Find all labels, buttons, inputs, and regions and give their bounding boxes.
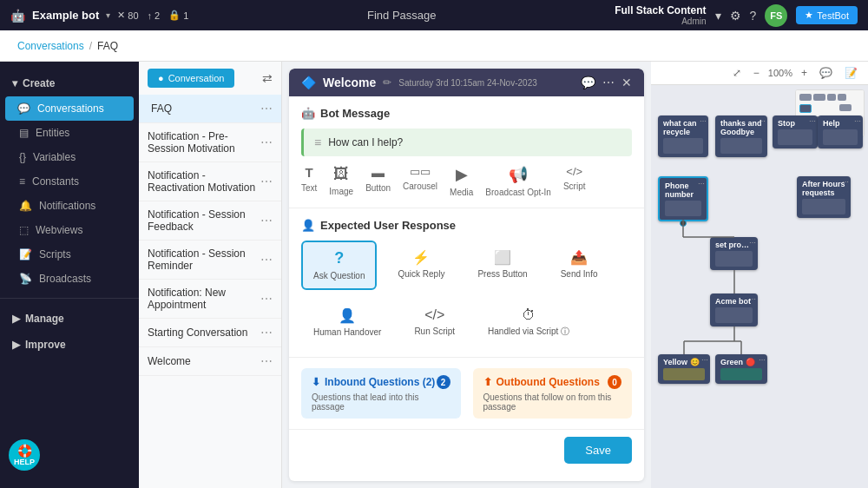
flow-node-thanks-goodbye[interactable]: thanks andGoodbye ⋯: [715, 115, 767, 157]
ask-question-icon: ?: [334, 249, 344, 267]
resp-btn-ask-question[interactable]: ? Ask Question: [301, 241, 377, 290]
conv-item-new-appointment[interactable]: Notification: New Appointment ⋯: [139, 280, 281, 319]
conv-item-session-reminder[interactable]: Notification - Session Reminder ⋯: [139, 241, 281, 280]
help-button[interactable]: 🛟 HELP: [9, 439, 40, 471]
flow-node-yellow[interactable]: Yellow 😊 ⋯: [658, 354, 710, 384]
conv-item-starting[interactable]: Starting Conversation ⋯: [139, 319, 281, 347]
conv-item-menu-icon-7[interactable]: ⋯: [260, 326, 273, 340]
outbound-badge: 0: [608, 375, 621, 389]
node-connector-dot: [680, 220, 687, 227]
sidebar-item-constants[interactable]: ≡ Constants: [0, 169, 139, 194]
test-bot-star-icon: ★: [805, 10, 813, 21]
conversation-tab[interactable]: ● Conversation: [148, 69, 234, 88]
passage-container: 🔷 Welcome ✏ Saturday 3rd 10:15am 24-Nov-…: [289, 69, 644, 481]
outbound-icon: ⬆: [483, 376, 492, 388]
message-type-button[interactable]: ▬ Button: [365, 165, 391, 197]
improve-arrow-icon: ▶: [12, 339, 20, 351]
conversations-list: ● Conversation ⇄ FAQ ⋯ Notification - Pr…: [139, 62, 282, 488]
find-passage-btn[interactable]: Find Passage: [367, 9, 437, 22]
resp-btn-quick-reply[interactable]: ⚡ Quick Reply: [385, 241, 457, 290]
response-buttons: ? Ask Question ⚡ Quick Reply ⬜ Press But…: [301, 241, 632, 346]
test-bot-button[interactable]: ★ TestBot: [796, 6, 858, 24]
bot-chevron-icon[interactable]: ▾: [106, 10, 110, 20]
flow-node-stop[interactable]: Stop ⋯: [773, 115, 818, 148]
top-nav: 🤖 Example bot ▾ ✕ 80 ↑ 2 🔒 1 Find Passag…: [0, 0, 868, 30]
conv-item-menu-icon[interactable]: ⋯: [260, 102, 273, 115]
conv-item-menu-icon-5[interactable]: ⋯: [260, 253, 273, 267]
close-passage-btn[interactable]: ✕: [621, 76, 632, 89]
message-type-carousel[interactable]: ▭▭ Carousel: [403, 165, 437, 197]
message-type-broadcast[interactable]: 📢 Broadcast Opt-In: [485, 165, 551, 197]
conv-item-faq[interactable]: FAQ ⋯: [139, 95, 281, 123]
improve-section[interactable]: ▶ Improve: [0, 332, 139, 358]
message-types: T Text 🖼 Image ▬ Button ▭▭ Carousel: [301, 165, 632, 197]
flow-node-after-hours[interactable]: After Hoursrequests ⋯: [797, 176, 851, 218]
flow-node-green[interactable]: Green 🔴 ⋯: [715, 354, 767, 384]
conv-item-menu-icon-4[interactable]: ⋯: [260, 214, 273, 228]
create-section[interactable]: ▾ Create: [0, 70, 139, 96]
canvas-area: ⤢ − 100% + 💬 📝 what canrecycle: [651, 62, 868, 488]
sidebar-item-notifications[interactable]: 🔔 Notifications: [0, 194, 139, 218]
message-type-media[interactable]: ▶ Media: [450, 165, 473, 197]
flow-node-set-product[interactable]: set product ⋯: [710, 237, 758, 270]
outbound-title: ⬆ Outbound Questions: [483, 376, 600, 388]
user-role: Admin: [681, 16, 706, 26]
sidebar-item-broadcasts[interactable]: 📡 Broadcasts: [0, 267, 139, 291]
zoom-out-btn[interactable]: −: [750, 65, 763, 81]
expand-icon[interactable]: ⤢: [729, 65, 745, 81]
chat-canvas-btn[interactable]: 💬: [816, 65, 836, 81]
flow-node-phone-number[interactable]: Phonenumber ⋯: [658, 176, 708, 221]
save-button[interactable]: Save: [564, 437, 632, 464]
conv-item-session-feedback[interactable]: Notification - Session Feedback ⋯: [139, 201, 281, 241]
message-type-script[interactable]: </> Script: [563, 165, 586, 197]
stat-errors: ✕ 80: [117, 10, 138, 21]
manage-section[interactable]: ▶ Manage: [0, 306, 139, 332]
resp-btn-human-handover[interactable]: 👤 Human Handover: [301, 299, 393, 346]
inbound-desc: Questions that lead into this passage: [312, 392, 450, 412]
passage-header: 🔷 Welcome ✏ Saturday 3rd 10:15am 24-Nov-…: [289, 69, 644, 96]
expand-list-button[interactable]: ⇄: [262, 71, 273, 85]
conv-item-reactivation[interactable]: Notification - Reactivation Motivation ⋯: [139, 162, 281, 201]
sidebar-item-conversations[interactable]: 💬 Conversations: [5, 96, 134, 121]
message-block[interactable]: ≡ How can I help?: [301, 129, 632, 156]
flow-node-help[interactable]: Help ⋯: [818, 115, 863, 148]
conv-item-welcome[interactable]: Welcome ⋯: [139, 347, 281, 376]
zoom-in-btn[interactable]: +: [798, 65, 811, 81]
conv-item-menu-icon-6[interactable]: ⋯: [260, 292, 273, 306]
bot-name[interactable]: Example bot: [32, 9, 99, 22]
edit-passage-icon[interactable]: ✏: [383, 76, 391, 89]
notifications-icon: 🔔: [19, 200, 32, 212]
image-icon: 🖼: [333, 165, 349, 183]
resp-btn-press-button[interactable]: ⬜ Press Button: [465, 241, 539, 290]
chat-icon-btn[interactable]: 💬: [581, 76, 595, 89]
passage-date: Saturday 3rd 10:15am 24-Nov-2023: [398, 78, 537, 88]
sidebar-item-variables[interactable]: {} Variables: [0, 145, 139, 169]
resp-btn-run-script[interactable]: </> Run Script: [402, 299, 467, 346]
settings-icon[interactable]: ⚙: [730, 9, 741, 23]
conv-item-menu-icon-8[interactable]: ⋯: [260, 354, 273, 368]
breadcrumb-parent[interactable]: Conversations: [17, 40, 84, 52]
conv-item-pre-session[interactable]: Notification - Pre-Session Motivation ⋯: [139, 123, 281, 162]
sidebar-item-scripts[interactable]: 📝 Scripts: [0, 242, 139, 267]
note-canvas-btn[interactable]: 📝: [841, 65, 861, 81]
help-icon[interactable]: ?: [750, 9, 757, 23]
message-type-image[interactable]: 🖼 Image: [329, 165, 353, 197]
flow-node-acme-bot[interactable]: Acme bot ⋯: [710, 293, 758, 326]
conversation-tab-icon: ●: [158, 73, 164, 83]
conv-item-menu-icon-2[interactable]: ⋯: [260, 135, 273, 149]
chevron-down-icon[interactable]: ▾: [715, 9, 721, 23]
run-script-icon: </>: [424, 307, 444, 323]
conv-item-menu-icon-3[interactable]: ⋯: [260, 175, 273, 188]
sidebar-item-entities[interactable]: ▤ Entities: [0, 121, 139, 145]
resp-btn-send-info[interactable]: 📤 Send Info: [549, 241, 610, 290]
flow-node-what-can-recycle[interactable]: what canrecycle ⋯: [658, 115, 708, 157]
more-options-btn[interactable]: ⋯: [602, 76, 615, 89]
manage-arrow-icon: ▶: [12, 313, 20, 325]
resp-btn-handled-script[interactable]: ⏱ Handled via Script ⓘ: [476, 299, 582, 346]
main-layout: ▾ Create 💬 Conversations ▤ Entities {} V…: [0, 62, 868, 488]
inbound-icon: ⬇: [312, 376, 320, 388]
message-type-text[interactable]: T Text: [301, 165, 317, 197]
sidebar-item-webviews[interactable]: ⬚ Webviews: [0, 218, 139, 242]
user-info: Full Stack Content Admin: [615, 4, 706, 26]
flow-nodes: what canrecycle ⋯ thanks andGoodbye ⋯ St…: [651, 85, 868, 487]
